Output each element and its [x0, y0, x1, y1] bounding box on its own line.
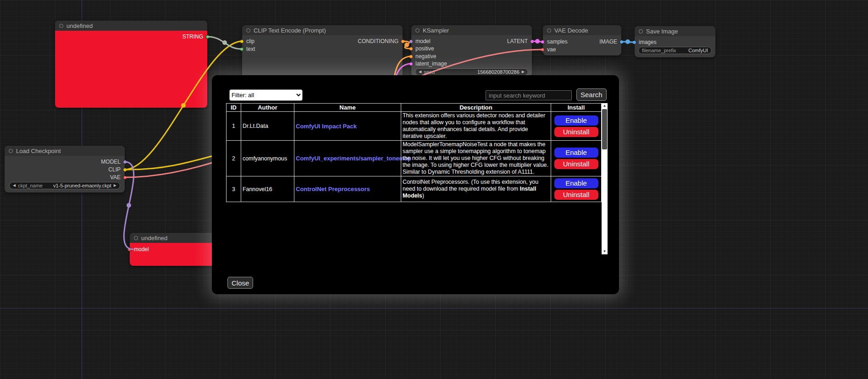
extension-row: 3Fannovel16ControlNet PreprocessorsContr… — [227, 176, 602, 202]
node-title: VAE Decode — [554, 27, 588, 34]
seed-widget[interactable]: ◀ seed 156680208700286 ▶ — [415, 68, 528, 76]
next-icon[interactable]: ▶ — [114, 182, 116, 189]
node-header[interactable]: Load Checkpoint — [5, 146, 125, 156]
uninstall-button[interactable]: Uninstall — [554, 190, 598, 200]
extension-author: Fannovel16 — [241, 176, 294, 202]
slot-label: model — [134, 246, 149, 253]
output-slot-conditioning: CONDITIONING — [358, 38, 405, 44]
extension-name: ControlNet Preprocessors — [294, 176, 401, 202]
output-dot-latent[interactable] — [530, 39, 534, 44]
enable-button[interactable]: Enable — [554, 178, 598, 188]
input-dot-samples[interactable] — [541, 40, 545, 44]
slot-label: samples — [547, 38, 568, 45]
slot-label: clip — [246, 38, 254, 44]
input-slot-text: text — [240, 46, 255, 52]
extension-description: ModelSamplerTonemapNoiseTest a node that… — [401, 141, 551, 176]
collapse-icon[interactable] — [134, 236, 138, 240]
search-button[interactable]: Search — [576, 88, 607, 101]
slot-label: latent_image — [415, 60, 447, 67]
node-save-image[interactable]: Save Image images filename_prefix ComfyU… — [635, 26, 715, 57]
widget-label: ckpt_name — [18, 183, 43, 188]
description-text: ModelSamplerTonemapNoiseTest a node that… — [403, 141, 548, 175]
column-header-id: ID — [227, 104, 241, 112]
comfyui-canvas[interactable]: { "icons": { "left_arrow": "◀", "right_a… — [0, 0, 868, 379]
extension-author: Dr.Lt.Data — [241, 112, 294, 141]
table-body: 1Dr.Lt.DataComfyUI Impact PackThis exten… — [227, 112, 602, 202]
node-header[interactable]: undefined — [55, 21, 207, 31]
node-load-checkpoint[interactable]: Load Checkpoint MODEL CLIP VAE ◀ ckpt_na… — [5, 146, 125, 192]
scroll-down-icon[interactable]: ▼ — [602, 249, 608, 254]
input-dot-vae[interactable] — [541, 48, 545, 52]
node-undefined-bottom[interactable]: undefined model — [130, 233, 215, 266]
extensions-table: IDAuthorNameDescriptionInstall 1Dr.Lt.Da… — [226, 103, 602, 202]
node-ksampler[interactable]: KSampler model positive negative latent_… — [411, 25, 532, 77]
input-dot-images[interactable] — [632, 40, 636, 44]
extension-name: ComfyUI_experiments/sampler_tonemap — [294, 141, 401, 176]
output-dot-model[interactable] — [123, 160, 127, 164]
widget-label: seed — [424, 69, 435, 75]
previous-icon[interactable]: ◀ — [13, 182, 16, 189]
scroll-up-icon[interactable]: ▲ — [602, 103, 608, 109]
extension-name-link[interactable]: ComfyUI Impact Pack — [296, 123, 357, 130]
filter-select[interactable]: Filter: all — [229, 89, 303, 101]
collapse-icon[interactable] — [547, 28, 551, 33]
description-text: ControlNet Preprocessors. (To use this e… — [403, 179, 538, 192]
slot-label: CLIP — [108, 166, 121, 173]
input-slot-vae: vae — [541, 46, 556, 53]
extension-name-link[interactable]: ControlNet Preprocessors — [296, 186, 370, 192]
output-dot-vae[interactable] — [123, 176, 127, 180]
error-node-body — [55, 31, 207, 108]
extension-author: comfyanonymous — [241, 141, 294, 176]
extension-name-link[interactable]: ComfyUI_experiments/sampler_tonemap — [296, 155, 411, 162]
decrement-icon[interactable]: ◀ — [419, 68, 421, 76]
ckpt-name-widget[interactable]: ◀ ckpt_name v1-5-pruned-emaonly.ckpt ▶ — [9, 182, 120, 189]
collapse-icon[interactable] — [246, 28, 250, 33]
scrollbar-thumb[interactable] — [602, 109, 607, 149]
slot-label: MODEL — [101, 159, 121, 165]
uninstall-button[interactable]: Uninstall — [554, 127, 598, 137]
description-text: ) — [422, 192, 424, 199]
node-header[interactable]: undefined — [130, 233, 215, 243]
node-clip-text-encode[interactable]: CLIP Text Encode (Prompt) clip text COND… — [242, 25, 403, 78]
enable-button[interactable]: Enable — [554, 148, 598, 158]
node-header[interactable]: CLIP Text Encode (Prompt) — [242, 25, 403, 35]
collapse-icon[interactable] — [59, 24, 63, 28]
table-scrollbar[interactable]: ▲ ▼ — [602, 103, 608, 254]
canvas-axis-horizontal — [0, 308, 868, 308]
output-dot-string[interactable] — [205, 35, 210, 39]
slot-label: STRING — [182, 33, 203, 40]
node-vae-decode[interactable]: VAE Decode samples vae IMAGE — [543, 25, 621, 55]
increment-icon[interactable]: ▶ — [522, 68, 525, 76]
node-header[interactable]: KSampler — [411, 25, 532, 35]
widget-value: v1-5-pruned-emaonly.ckpt — [53, 183, 111, 188]
output-dot-conditioning[interactable] — [401, 39, 405, 44]
input-dot-model[interactable] — [409, 39, 413, 44]
input-dot-clip[interactable] — [240, 39, 244, 44]
input-dot-model[interactable] — [127, 247, 132, 252]
slot-label: VAE — [110, 174, 121, 181]
collapse-icon[interactable] — [9, 149, 13, 153]
close-button[interactable]: Close — [227, 277, 253, 289]
node-header[interactable]: Save Image — [635, 26, 715, 36]
filename-prefix-widget[interactable]: filename_prefix ComfyUI — [638, 47, 712, 54]
input-slot-positive: positive — [409, 45, 434, 52]
node-undefined-top[interactable]: undefined STRING — [55, 21, 207, 108]
node-header[interactable]: VAE Decode — [543, 25, 621, 35]
slot-label: LATENT — [507, 38, 528, 44]
input-dot-negative[interactable] — [409, 55, 413, 59]
search-input[interactable] — [486, 90, 572, 100]
collapse-icon[interactable] — [639, 29, 643, 33]
widget-label: filename_prefix — [642, 48, 676, 53]
slot-label: IMAGE — [599, 38, 617, 45]
input-dot-latent-image[interactable] — [409, 62, 413, 66]
input-dot-text[interactable] — [240, 47, 244, 51]
enable-button[interactable]: Enable — [554, 115, 598, 126]
output-dot-image[interactable] — [619, 40, 624, 44]
input-dot-positive[interactable] — [409, 47, 413, 51]
extension-install-cell: EnableUninstall — [551, 176, 602, 202]
collapse-icon[interactable] — [415, 28, 420, 33]
input-slot-latent-image: latent_image — [409, 60, 447, 67]
uninstall-button[interactable]: Uninstall — [554, 159, 598, 169]
output-dot-clip[interactable] — [123, 168, 127, 172]
input-slot-model: model — [409, 38, 431, 44]
